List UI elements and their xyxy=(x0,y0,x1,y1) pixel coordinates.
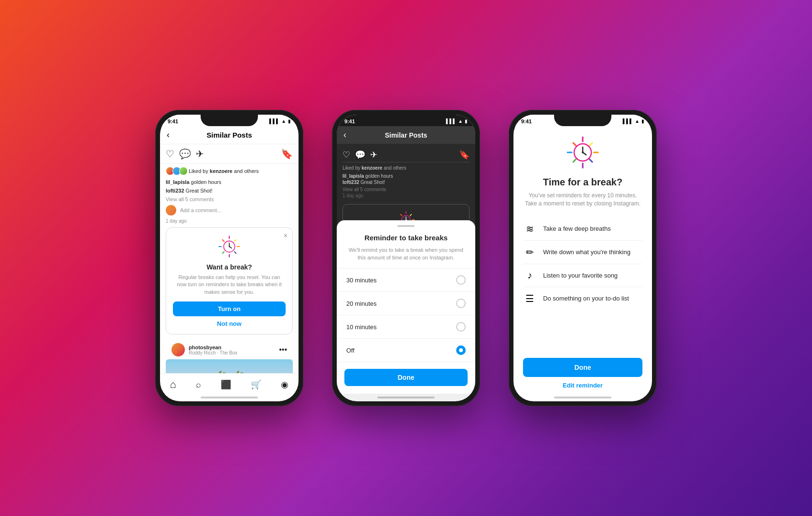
battery-icon: ▮ xyxy=(288,118,291,124)
viewcomments-2-bg: View all 5 comments xyxy=(342,187,470,192)
timestamp-2-bg: 1 day ago xyxy=(342,193,470,198)
time-2: 9:41 xyxy=(344,118,355,124)
like-icon[interactable]: ♡ xyxy=(166,148,174,160)
radio-circle-20min[interactable] xyxy=(456,299,466,308)
suggestion-4: ☰ Do something on your to-do list xyxy=(523,287,642,310)
post-actions-1: ♡ 💬 ✈ 🔖 xyxy=(160,144,299,164)
modal-done-button[interactable]: Done xyxy=(344,369,468,386)
wifi-icon: ▲ xyxy=(281,118,286,124)
like-icon-2-bg: ♡ xyxy=(342,150,350,160)
caption2-2-bg: lofti232 Great Shot! xyxy=(342,180,470,185)
next-post-header: photosbyean Roddy Ricch · The Box ••• 🌴🌴 xyxy=(160,334,299,373)
timestamp-1: 1 day ago xyxy=(160,217,299,227)
palm-trees-decoration: 🌴🌴 xyxy=(212,370,247,373)
break-screen-clock xyxy=(523,136,642,169)
feed-content-1: ♡ 💬 ✈ 🔖 Liked by kenzoere and others xyxy=(160,144,299,373)
svg-line-14 xyxy=(401,215,402,216)
comment-row-1: Add a comment... xyxy=(160,203,299,217)
suggestion-icon-2: ✏ xyxy=(523,247,536,258)
photo-username-1: photosbyean xyxy=(189,344,275,350)
svg-point-11 xyxy=(229,246,230,247)
search-nav-icon[interactable]: ⌕ xyxy=(196,380,201,390)
radio-circle-10min[interactable] xyxy=(456,322,466,332)
break-screen-done-button[interactable]: Done xyxy=(523,358,642,377)
home-nav-icon[interactable]: ⌂ xyxy=(170,378,176,391)
comment-icon[interactable]: 💬 xyxy=(179,148,191,160)
option-off[interactable]: Off xyxy=(337,339,475,362)
caption-2: lofti232 Great Shot! xyxy=(160,187,299,195)
svg-point-30 xyxy=(582,151,584,153)
comment-placeholder-1[interactable]: Add a comment... xyxy=(180,207,221,213)
shop-nav-icon[interactable]: 🛒 xyxy=(251,379,261,390)
option-10min-label: 10 minutes xyxy=(346,323,377,331)
photo-thumbnail-1: 🌴🌴 xyxy=(166,359,293,373)
suggestion-list: ≋ Take a few deep breaths ✏ Write down w… xyxy=(523,217,642,310)
suggestion-icon-4: ☰ xyxy=(523,293,536,304)
signal-icon-3: ▌▌▌ xyxy=(623,118,633,124)
liked-text-2-bg: Liked by kenzoere and others xyxy=(342,162,470,173)
modal-desc: We'll remind you to take a break when yo… xyxy=(337,247,475,268)
status-icons-3: ▌▌▌ ▲ ▮ xyxy=(623,118,644,124)
status-icons-2: ▌▌▌ ▲ ▮ xyxy=(446,118,468,124)
radio-circle-off[interactable] xyxy=(456,345,466,355)
suggestion-icon-3: ♪ xyxy=(523,270,536,281)
svg-line-24 xyxy=(573,159,576,162)
option-10min[interactable]: 10 minutes xyxy=(337,315,475,339)
avatar-stack-1 xyxy=(166,167,186,175)
reminder-modal: Reminder to take breaks We'll remind you… xyxy=(337,220,475,394)
phone-3: 9:41 ▌▌▌ ▲ ▮ xyxy=(509,110,657,406)
close-icon-1[interactable]: × xyxy=(284,232,288,239)
option-20min[interactable]: 20 minutes xyxy=(337,292,475,315)
radio-options-group: 30 minutes 20 minutes 10 minutes Off xyxy=(337,268,475,362)
bookmark-icon[interactable]: 🔖 xyxy=(281,148,293,160)
page-title-1: Similar Posts xyxy=(206,131,252,139)
send-icon[interactable]: ✈ xyxy=(196,148,204,160)
status-bar-3: 9:41 ▌▌▌ ▲ ▮ xyxy=(513,115,652,126)
photo-info-1: photosbyean Roddy Ricch · The Box xyxy=(189,344,275,355)
bottom-nav-1: ⌂ ⌕ ⬛ 🛒 ◉ xyxy=(160,373,299,394)
more-options-icon[interactable]: ••• xyxy=(279,345,287,354)
option-30min[interactable]: 30 minutes xyxy=(337,269,475,292)
svg-line-23 xyxy=(589,143,592,146)
svg-line-26 xyxy=(589,159,592,162)
edit-reminder-button[interactable]: Edit reminder xyxy=(523,377,642,394)
clock-icon-1 xyxy=(217,235,241,258)
break-screen-title: Time for a break? xyxy=(523,177,642,188)
option-20min-label: 20 minutes xyxy=(346,300,377,307)
break-title-1: Want a break? xyxy=(173,263,286,271)
svg-line-25 xyxy=(573,143,576,146)
nav-bar-1: ‹ Similar Posts xyxy=(160,126,299,144)
turn-on-button[interactable]: Turn on xyxy=(173,301,286,316)
comment-icon-2-bg: 💬 xyxy=(355,150,365,160)
view-comments-1[interactable]: View all 5 comments xyxy=(160,195,299,203)
caption-2-bg: lil_lapisla golden hours xyxy=(342,173,470,179)
send-icon-2-bg: ✈ xyxy=(370,150,377,160)
caption-text-1: golden hours xyxy=(191,179,222,185)
break-screen: Time for a break? You've set reminders f… xyxy=(513,126,652,394)
battery-icon-2: ▮ xyxy=(465,118,468,124)
option-off-label: Off xyxy=(346,347,354,354)
liked-row-1: Liked by kenzoere and others xyxy=(160,164,299,178)
home-bar-3 xyxy=(554,397,611,398)
wifi-icon-2: ▲ xyxy=(458,118,463,124)
home-indicator-3 xyxy=(513,394,652,401)
svg-line-5 xyxy=(223,252,224,253)
signal-icon: ▌▌▌ xyxy=(269,118,279,124)
modal-title: Reminder to take breaks xyxy=(337,234,475,247)
suggestion-icon-1: ≋ xyxy=(523,223,536,235)
back-icon-2-bg: ‹ xyxy=(343,130,346,140)
caption-username-1: lil_lapisla xyxy=(166,179,190,185)
caption-text-2: Great Shot! xyxy=(186,188,213,194)
break-screen-desc: You've set reminders for every 10 minute… xyxy=(523,192,642,208)
radio-circle-30min[interactable] xyxy=(456,275,466,285)
home-indicator-1 xyxy=(160,394,299,401)
back-button-1[interactable]: ‹ xyxy=(167,130,170,140)
notch-2 xyxy=(377,115,435,126)
nav-bar-2-bg: ‹ Similar Posts xyxy=(337,126,475,144)
reels-nav-icon[interactable]: ⬛ xyxy=(221,379,231,390)
svg-line-15 xyxy=(410,215,412,216)
not-now-button[interactable]: Not now xyxy=(173,320,286,327)
profile-nav-icon[interactable]: ◉ xyxy=(281,379,288,390)
option-30min-label: 30 minutes xyxy=(346,277,377,284)
phone2-bg: ‹ Similar Posts ♡ 💬 ✈ 🔖 Liked by kenzoer… xyxy=(337,126,475,394)
